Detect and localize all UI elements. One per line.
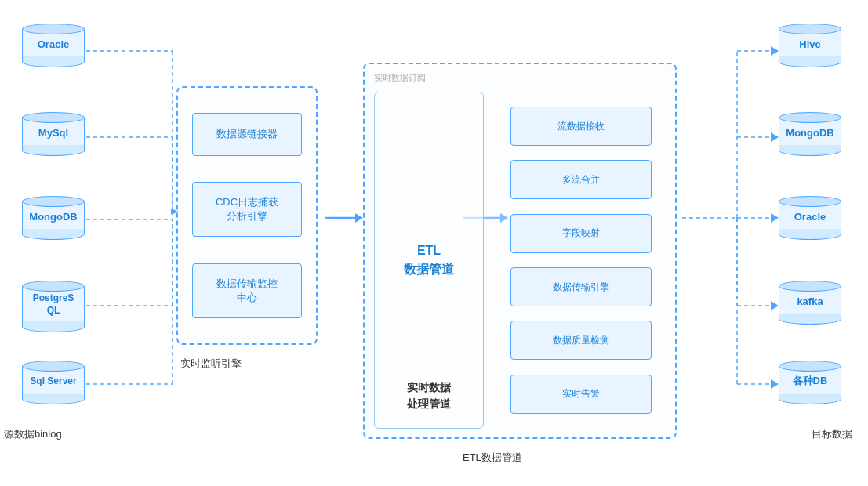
monitor-label: 实时监听引擎 xyxy=(180,357,242,371)
kafka-tgt-label: kafka xyxy=(797,296,823,307)
etl-bottom-label: 实时数据处理管道 xyxy=(407,379,451,412)
postgresql-src-bottom xyxy=(22,321,85,332)
kafka-tgt-db: kafka xyxy=(779,281,841,325)
sqlserver-src-db: Sql Server xyxy=(22,361,85,404)
postgresql-src-mid: PostgreSQL xyxy=(22,287,85,323)
oracle-src-top xyxy=(22,24,85,34)
step-field-map: 字段映射 xyxy=(510,214,652,253)
step-data-quality: 数据质量检测 xyxy=(510,321,652,360)
mysql-src-label: MySql xyxy=(38,127,68,139)
mongodb-src-label: MongoDB xyxy=(29,211,77,223)
target-label: 目标数据 xyxy=(812,427,852,441)
svg-marker-11 xyxy=(355,213,363,223)
control-label: 数据传输监控中心 xyxy=(216,277,278,305)
step-data-transfer-label: 数据传输引擎 xyxy=(553,281,609,294)
cdc-box: CDC日志捕获分析引擎 xyxy=(192,182,302,237)
svg-marker-27 xyxy=(771,379,779,389)
step-data-transfer: 数据传输引擎 xyxy=(510,267,652,306)
hive-tgt-label: Hive xyxy=(799,38,820,50)
sqlserver-src-label: Sql Server xyxy=(30,375,76,386)
diagram-container: Oracle MySql MongoDB PostgreSQL Sql Serv… xyxy=(0,0,868,486)
hive-tgt-bottom xyxy=(779,56,841,67)
oracle-src-label: Oracle xyxy=(38,38,69,50)
sqlserver-src-top xyxy=(22,361,85,372)
connector-box: 数据源链接器 xyxy=(192,113,302,156)
control-box: 数据传输监控中心 xyxy=(192,263,302,318)
mysql-src-bottom xyxy=(22,145,85,156)
oracle-tgt-db: Oracle xyxy=(779,196,841,240)
postgresql-src-label: PostgreSQL xyxy=(33,292,74,317)
mongodb-tgt-db: MongoDB xyxy=(779,112,841,156)
mongodb-src-bottom xyxy=(22,229,85,240)
mongodb-src-db: MongoDB xyxy=(22,196,85,240)
step-field-map-label: 字段映射 xyxy=(562,227,600,240)
processing-steps: 流数据接收 多流合并 字段映射 数据传输引擎 数据质量检测 实时告警 xyxy=(510,92,667,429)
kafka-tgt-bottom xyxy=(779,314,841,325)
realtime-subscribe-label: 实时数据订阅 xyxy=(374,72,426,84)
various-tgt-top xyxy=(779,361,841,372)
etl-outer-label: ETL数据管道 xyxy=(463,451,522,465)
etl-outer-container: 实时数据订阅 ETL数据管道 实时数据处理管道 流数据接收 多流合并 字段映射 … xyxy=(363,63,677,439)
step-stream-recv-label: 流数据接收 xyxy=(557,120,605,133)
mongodb-tgt-top xyxy=(779,112,841,123)
mongodb-tgt-label: MongoDB xyxy=(786,127,833,139)
etl-inner-box: ETL数据管道 实时数据处理管道 xyxy=(374,92,484,429)
connector-label: 数据源链接器 xyxy=(216,127,278,141)
hive-tgt-top xyxy=(779,24,841,34)
mysql-src-top xyxy=(22,112,85,123)
mongodb-src-top xyxy=(22,196,85,207)
monitor-container: 数据源链接器 CDC日志捕获分析引擎 数据传输监控中心 xyxy=(176,86,318,345)
oracle-tgt-top xyxy=(779,196,841,207)
step-multi-merge-label: 多流合并 xyxy=(562,173,600,187)
step-stream-recv: 流数据接收 xyxy=(510,107,652,146)
cdc-label: CDC日志捕获分析引擎 xyxy=(216,195,278,223)
mongodb-tgt-bottom xyxy=(779,145,841,156)
svg-marker-17 xyxy=(771,46,779,56)
mysql-src-db: MySql xyxy=(22,112,85,156)
svg-marker-21 xyxy=(771,213,779,223)
step-data-quality-label: 数据质量检测 xyxy=(553,334,609,347)
step-multi-merge: 多流合并 xyxy=(510,160,652,199)
svg-marker-24 xyxy=(771,301,779,310)
oracle-src-bottom xyxy=(22,56,85,67)
etl-box-label: ETL数据管道 xyxy=(404,241,454,279)
oracle-src-db: Oracle xyxy=(22,24,85,67)
various-tgt-db: 各种DB xyxy=(779,361,841,404)
step-realtime-alert: 实时告警 xyxy=(510,375,652,414)
source-label: 源数据binlog xyxy=(4,427,62,441)
kafka-tgt-top xyxy=(779,281,841,292)
oracle-tgt-label: Oracle xyxy=(794,211,826,223)
step-realtime-alert-label: 实时告警 xyxy=(562,387,600,401)
oracle-tgt-bottom xyxy=(779,229,841,240)
postgresql-src-top xyxy=(22,281,85,292)
svg-marker-19 xyxy=(771,132,779,142)
hive-tgt-db: Hive xyxy=(779,24,841,67)
sqlserver-src-bottom xyxy=(22,394,85,404)
various-tgt-label: 各种DB xyxy=(793,374,828,388)
various-tgt-bottom xyxy=(779,394,841,404)
postgresql-src-db: PostgreSQL xyxy=(22,281,85,332)
